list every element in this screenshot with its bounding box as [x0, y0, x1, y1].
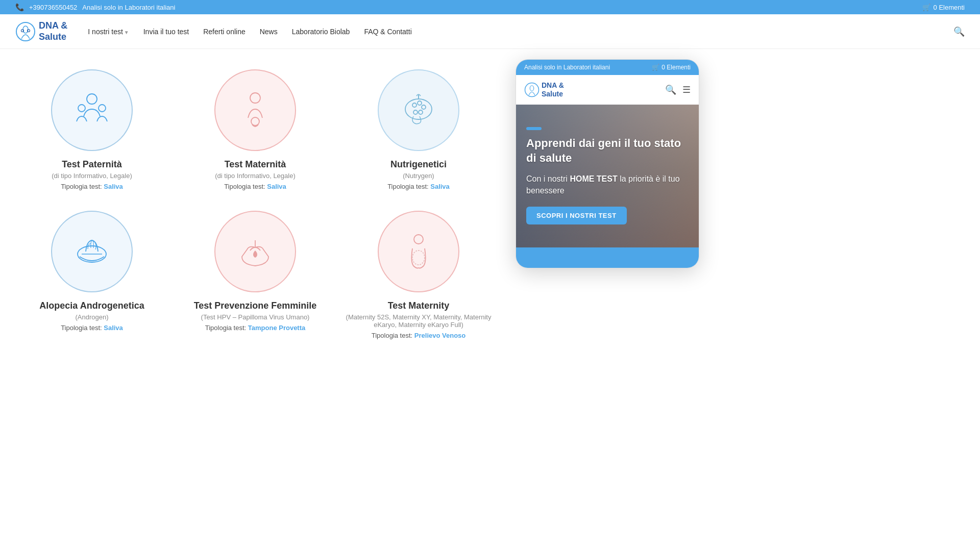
product-tipologia-maternita: Tipologia test: Saliva: [224, 183, 286, 190]
phone-footer: [516, 247, 699, 268]
phone-logo-icon: [524, 82, 540, 97]
logo-icon: [15, 21, 36, 42]
product-tipologia-paternita: Tipologia test: Saliva: [61, 183, 123, 190]
nav-laboratorio[interactable]: Laboratorio Biolab: [292, 28, 350, 36]
top-bar: 📞 +390736550452 Analisi solo in Laborato…: [0, 0, 980, 14]
products-area: Test Paternità (di tipo Informativo, Leg…: [0, 49, 510, 360]
product-card-alopecia[interactable]: Alopecia Androgenetica (Androgen) Tipolo…: [15, 211, 168, 339]
hero-dot: [526, 127, 542, 130]
svg-point-5: [78, 105, 85, 112]
product-title-alopecia: Alopecia Androgenetica: [39, 300, 144, 311]
nav-referti-online[interactable]: Referti online: [203, 28, 246, 36]
logo[interactable]: DNA & Salute: [15, 20, 67, 42]
svg-point-19: [412, 251, 425, 265]
svg-point-0: [16, 22, 35, 41]
nav-news[interactable]: News: [260, 28, 278, 36]
phone-header: DNA & Salute 🔍 ☰: [516, 75, 699, 105]
product-icon-paternita: [51, 69, 133, 151]
phone-hero-subtitle: Con i nostri HOME TEST la priorità è il …: [526, 173, 689, 196]
main-content: Test Paternità (di tipo Informativo, Leg…: [0, 49, 980, 360]
phone-header-icons: 🔍 ☰: [665, 84, 691, 95]
hair-icon: [71, 231, 112, 272]
search-icon-nav[interactable]: 🔍: [953, 26, 965, 37]
product-card-nutrigenetici[interactable]: Nutrigenetici (Nutrygen) Tipologia test:…: [342, 69, 495, 190]
svg-point-6: [99, 105, 106, 112]
svg-point-4: [87, 94, 97, 104]
top-bar-left: 📞 +390736550452 Analisi solo in Laborato…: [15, 3, 175, 11]
phone-hero-title: Apprendi dai geni il tuo stato di salute: [526, 136, 689, 165]
phone-icon: 📞: [15, 3, 24, 11]
mother-child-icon: [235, 90, 276, 131]
phone-number[interactable]: +390736550452: [29, 4, 77, 11]
product-card-maternita[interactable]: Test Maternità (di tipo Informativo, Leg…: [179, 69, 332, 190]
svg-point-13: [419, 110, 423, 114]
product-tipologia-alopecia: Tipologia test: Saliva: [61, 324, 123, 332]
product-title-prevenzione: Test Prevenzione Femminile: [194, 300, 317, 311]
product-subtitle-prevenzione: (Test HPV – Papilloma Virus Umano): [201, 313, 310, 321]
phone-logo: DNA & Salute: [524, 81, 564, 98]
product-subtitle-nutrigenetici: (Nutrygen): [403, 172, 434, 180]
product-icon-maternity: [378, 211, 459, 292]
product-icon-nutrigenetici: [378, 69, 459, 151]
svg-point-11: [418, 101, 422, 105]
main-nav: I nostri test▼ Invia il tuo test Referti…: [88, 26, 965, 37]
product-tipologia-maternity: Tipologia test: Prelievo Venoso: [372, 332, 466, 339]
phone-hero: Apprendi dai geni il tuo stato di salute…: [516, 105, 699, 247]
logo-text: DNA & Salute: [39, 20, 67, 42]
svg-point-12: [422, 105, 426, 109]
svg-point-21: [530, 86, 534, 91]
phone-search-icon[interactable]: 🔍: [665, 84, 676, 95]
product-title-maternity: Test Maternity: [388, 300, 450, 311]
product-icon-prevenzione: [214, 211, 296, 292]
product-tipologia-nutrigenetici: Tipologia test: Saliva: [387, 183, 450, 190]
product-card-maternity[interactable]: Test Maternity (Maternity 52S, Maternity…: [342, 211, 495, 339]
product-card-prevenzione[interactable]: Test Prevenzione Femminile (Test HPV – P…: [179, 211, 332, 339]
svg-point-7: [250, 93, 260, 103]
products-grid: Test Paternità (di tipo Informativo, Leg…: [15, 69, 495, 339]
phone-cta-button[interactable]: SCOPRI I NOSTRI TEST: [526, 207, 627, 224]
nutrition-icon: [398, 90, 439, 131]
svg-point-8: [251, 117, 259, 126]
cart-icon-top: 🛒: [922, 4, 930, 11]
svg-point-10: [412, 103, 416, 107]
phone-cart-icon: 🛒: [652, 64, 659, 71]
family-icon: [71, 90, 112, 131]
pregnancy-icon: [398, 231, 439, 272]
product-icon-maternita: [214, 69, 296, 151]
phone-cart-area: 🛒 0 Elementi: [652, 64, 691, 71]
svg-point-18: [414, 235, 423, 244]
product-subtitle-maternita: (di tipo Informativo, Legale): [215, 172, 296, 180]
svg-point-20: [525, 83, 539, 96]
nav-faq[interactable]: FAQ & Contatti: [364, 28, 411, 36]
top-bar-right: 🛒 0 Elementi: [922, 4, 965, 11]
phone-logo-text: DNA & Salute: [542, 81, 564, 98]
svg-point-9: [405, 99, 432, 119]
phone-cart-count: 0 Elementi: [662, 64, 691, 71]
product-title-paternita: Test Paternità: [62, 159, 122, 170]
product-title-nutrigenetici: Nutrigenetici: [390, 159, 447, 170]
svg-point-1: [23, 26, 28, 33]
product-subtitle-maternity: (Maternity 52S, Maternity XY, Maternity,…: [342, 313, 495, 329]
phone-menu-icon[interactable]: ☰: [682, 84, 691, 95]
product-subtitle-alopecia: (Androgen): [75, 313, 108, 321]
product-card-paternita[interactable]: Test Paternità (di tipo Informativo, Leg…: [15, 69, 168, 190]
svg-point-14: [413, 110, 418, 114]
care-icon: [235, 231, 276, 272]
header: DNA & Salute I nostri test▼ Invia il tuo…: [0, 14, 980, 49]
phone-topbar: Analisi solo in Laboratori italiani 🛒 0 …: [516, 60, 699, 75]
product-subtitle-paternita: (di tipo Informativo, Legale): [52, 172, 132, 180]
product-icon-alopecia: [51, 211, 133, 292]
phone-frame: Analisi solo in Laboratori italiani 🛒 0 …: [516, 59, 699, 268]
product-tipologia-prevenzione: Tipologia test: Tampone Provetta: [205, 324, 306, 332]
product-title-maternita: Test Maternità: [225, 159, 286, 170]
mobile-preview: Analisi solo in Laboratori italiani 🛒 0 …: [510, 49, 704, 360]
phone-topbar-text: Analisi solo in Laboratori italiani: [524, 64, 610, 71]
topbar-text: Analisi solo in Laboratori italiani: [82, 4, 175, 11]
nav-invia-test[interactable]: Invia il tuo test: [143, 28, 189, 36]
phone-hero-content: Apprendi dai geni il tuo stato di salute…: [516, 105, 699, 247]
cart-count-top[interactable]: 0 Elementi: [934, 4, 965, 11]
nav-i-nostri-test[interactable]: I nostri test▼: [88, 28, 129, 36]
